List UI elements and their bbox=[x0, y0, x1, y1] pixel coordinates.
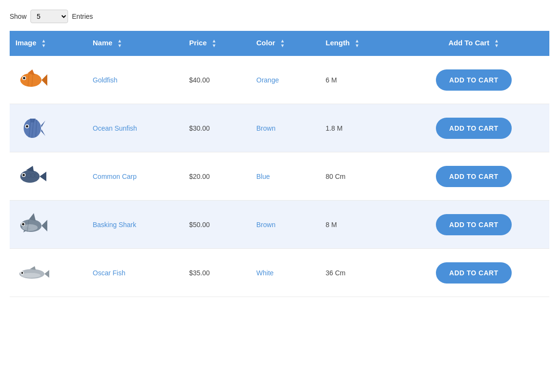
svg-marker-25 bbox=[42, 220, 47, 231]
fish-price: $30.00 bbox=[183, 104, 251, 152]
fish-table: Image ▲▼ Name ▲▼ Price ▲▼ Color ▲▼ Lengt… bbox=[10, 31, 549, 297]
sort-icon-image: ▲▼ bbox=[42, 39, 46, 48]
svg-point-30 bbox=[22, 224, 38, 231]
fish-color: White bbox=[251, 249, 320, 297]
fish-length: 6 M bbox=[320, 56, 398, 104]
sort-icon-cart: ▲▼ bbox=[494, 39, 499, 48]
table-row: Ocean Sunfish$30.00Brown1.8 MADD TO CART bbox=[10, 104, 549, 152]
fish-image-cell bbox=[10, 201, 87, 249]
svg-point-36 bbox=[21, 272, 23, 274]
add-to-cart-button[interactable]: ADD TO CART bbox=[436, 214, 512, 235]
fish-length: 80 Cm bbox=[320, 152, 398, 201]
svg-point-20 bbox=[23, 174, 25, 176]
fish-color: Brown bbox=[251, 104, 320, 152]
sort-icon-price: ▲▼ bbox=[212, 39, 217, 48]
add-to-cart-button[interactable]: ADD TO CART bbox=[436, 166, 512, 187]
svg-marker-9 bbox=[41, 121, 45, 127]
table-row: Oscar Fish$35.00White36 CmADD TO CART bbox=[10, 249, 549, 297]
svg-point-29 bbox=[22, 223, 25, 226]
fish-color: Orange bbox=[251, 56, 320, 104]
fish-price: $50.00 bbox=[183, 201, 251, 249]
cart-cell: ADD TO CART bbox=[398, 152, 549, 201]
fish-image-cell bbox=[10, 56, 87, 104]
sort-icon-name: ▲▼ bbox=[117, 39, 122, 48]
fish-length: 36 Cm bbox=[320, 249, 398, 297]
svg-point-0 bbox=[20, 73, 42, 87]
fish-name: Common Carp bbox=[87, 152, 183, 201]
add-to-cart-button[interactable]: ADD TO CART bbox=[436, 69, 512, 91]
fish-name: Basking Shark bbox=[87, 201, 183, 249]
fish-image-cell bbox=[10, 249, 87, 297]
svg-marker-33 bbox=[44, 270, 49, 278]
fish-image-cell bbox=[10, 104, 87, 152]
fish-image-cell bbox=[10, 152, 87, 201]
fish-name: Goldfish bbox=[87, 56, 183, 104]
col-header-cart[interactable]: Add To Cart ▲▼ bbox=[398, 31, 549, 56]
sort-icon-color: ▲▼ bbox=[280, 39, 285, 48]
svg-point-12 bbox=[26, 125, 28, 128]
cart-cell: ADD TO CART bbox=[398, 249, 549, 297]
cart-cell: ADD TO CART bbox=[398, 201, 549, 249]
fish-length: 8 M bbox=[320, 201, 398, 249]
cart-cell: ADD TO CART bbox=[398, 56, 549, 104]
col-header-price[interactable]: Price ▲▼ bbox=[183, 31, 251, 56]
svg-marker-1 bbox=[42, 74, 47, 86]
entries-select[interactable]: 5 10 25 50 100 bbox=[30, 10, 68, 23]
top-controls: Show 5 10 25 50 100 Entries bbox=[10, 10, 549, 23]
svg-point-37 bbox=[21, 273, 41, 278]
entries-label: Entries bbox=[72, 13, 93, 20]
show-label: Show bbox=[10, 13, 27, 20]
add-to-cart-button[interactable]: ADD TO CART bbox=[436, 118, 512, 139]
svg-marker-10 bbox=[41, 129, 45, 136]
svg-marker-17 bbox=[40, 172, 46, 181]
fish-color: Brown bbox=[251, 201, 320, 249]
fish-length: 1.8 M bbox=[320, 104, 398, 152]
add-to-cart-button[interactable]: ADD TO CART bbox=[436, 262, 512, 284]
col-header-color[interactable]: Color ▲▼ bbox=[251, 31, 320, 56]
cart-cell: ADD TO CART bbox=[398, 104, 549, 152]
table-row: Common Carp$20.00Blue80 CmADD TO CART bbox=[10, 152, 549, 201]
table-row: Basking Shark$50.00Brown8 MADD TO CART bbox=[10, 201, 549, 249]
col-header-name[interactable]: Name ▲▼ bbox=[87, 31, 183, 56]
col-header-image[interactable]: Image ▲▼ bbox=[10, 31, 87, 56]
fish-color: Blue bbox=[251, 152, 320, 201]
fish-price: $35.00 bbox=[183, 249, 251, 297]
fish-name: Oscar Fish bbox=[87, 249, 183, 297]
table-body: Goldfish$40.00Orange6 MADD TO CART Ocean… bbox=[10, 56, 549, 297]
col-header-length[interactable]: Length ▲▼ bbox=[320, 31, 398, 56]
fish-price: $20.00 bbox=[183, 152, 251, 201]
table-row: Goldfish$40.00Orange6 MADD TO CART bbox=[10, 56, 549, 104]
sort-icon-length: ▲▼ bbox=[355, 39, 360, 48]
table-header: Image ▲▼ Name ▲▼ Price ▲▼ Color ▲▼ Lengt… bbox=[10, 31, 549, 56]
fish-name: Ocean Sunfish bbox=[87, 104, 183, 152]
svg-point-4 bbox=[23, 77, 26, 80]
fish-price: $40.00 bbox=[183, 56, 251, 104]
